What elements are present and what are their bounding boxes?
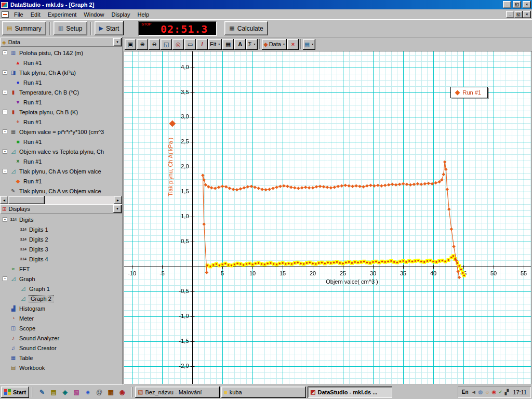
data-source-row[interactable]: ✎Tlak plynu, Ch A vs Objem valce <box>0 186 122 196</box>
display-item-digits-2[interactable]: 3.14Digits 2 <box>0 234 122 244</box>
data-source-row[interactable]: -◨Tlak plynu, Ch A (kPa) <box>0 68 122 77</box>
menu-display[interactable]: Display <box>108 10 134 19</box>
app-icon[interactable] <box>1 2 8 8</box>
graph-canvas[interactable] <box>124 51 531 384</box>
data-source-row[interactable]: -▮Teplota plynu, Ch B (K) <box>0 107 122 117</box>
collapse-icon[interactable]: - <box>3 276 7 281</box>
start-recording-button[interactable]: ▶ Start <box>95 21 124 35</box>
collapse-icon[interactable]: - <box>3 90 7 95</box>
data-panel-menu-button[interactable]: ▼ <box>113 38 122 46</box>
scrollbar-thumb[interactable] <box>8 196 45 204</box>
summary-button[interactable]: ▤ Summary <box>2 21 46 35</box>
start-menu-button[interactable]: Start <box>1 387 29 398</box>
graph-legend[interactable]: Run #1 <box>450 87 488 98</box>
display-item-table[interactable]: ▦Table <box>0 353 122 363</box>
fit-menu-button[interactable]: Fit▼ <box>208 39 222 50</box>
quick-launch-viewer[interactable]: ◈ <box>60 387 70 397</box>
calculate-button[interactable]: ▦ Calculate <box>224 21 268 35</box>
smart-tool-button[interactable]: ◎ <box>172 39 184 50</box>
tray-status[interactable]: ✓ <box>498 389 502 395</box>
display-item-digits-1[interactable]: 3.14Digits 1 <box>0 224 122 234</box>
data-source-row[interactable]: -▥Poloha pistu, Ch 1&2 (m) <box>0 48 122 58</box>
display-item-graph[interactable]: -◿Graph <box>0 274 122 284</box>
menu-experiment[interactable]: Experiment <box>44 10 81 19</box>
ruler-tool-button[interactable]: ▭ <box>184 39 196 50</box>
zoom-select-button[interactable]: ◱ <box>161 39 172 50</box>
display-item-sound-creator[interactable]: ♫Sound Creator <box>0 343 122 353</box>
graph-window-icon[interactable] <box>2 11 9 18</box>
language-indicator[interactable]: En <box>462 389 469 395</box>
run-row[interactable]: ▲Run #1 <box>0 58 122 68</box>
task-button[interactable]: ■kuba <box>221 387 306 398</box>
menu-file[interactable]: File <box>10 10 27 19</box>
scale-to-fit-button[interactable]: ▣ <box>125 39 136 50</box>
display-item-graph-1[interactable]: ◿Graph 1 <box>0 284 122 294</box>
display-item-sound-analyzer[interactable]: ♪Sound Analyzer <box>0 333 122 343</box>
data-source-row[interactable]: -◿Tlak plynu, Ch A vs Objem valce <box>0 166 122 176</box>
tray-network[interactable]: ▞ <box>505 389 509 395</box>
collapse-icon[interactable]: - <box>3 129 7 134</box>
tray-display[interactable]: ◍ <box>478 389 483 395</box>
task-button[interactable]: ▧Bez_názvu - Malování <box>135 387 220 398</box>
run-row[interactable]: ■Run #1 <box>0 137 122 147</box>
calculator-button[interactable]: ▦ <box>222 39 234 50</box>
collapse-icon[interactable]: - <box>3 110 7 114</box>
close-button[interactable]: × <box>523 1 531 8</box>
data-menu-button[interactable]: ◆Data▼ <box>262 39 287 50</box>
mdi-close-button[interactable]: × <box>523 11 531 18</box>
display-item-fft[interactable]: ≈FFT <box>0 264 122 274</box>
run-row[interactable]: +Run #1 <box>0 117 122 127</box>
display-item-digits-3[interactable]: 3.14Digits 3 <box>0 244 122 254</box>
graph-settings-button[interactable]: ▦▼ <box>303 39 315 50</box>
display-item-histogram[interactable]: ▟Histogram <box>0 303 122 313</box>
text-tool-button[interactable]: A <box>234 39 246 50</box>
display-item-digits[interactable]: -3.14Digits <box>0 215 122 224</box>
statistics-menu-button[interactable]: Σ▼ <box>246 39 258 50</box>
quick-launch-paint[interactable]: ▧ <box>71 387 82 397</box>
displays-panel-header[interactable]: ⊞ Displays ▼ <box>0 204 122 214</box>
mdi-minimize-button[interactable]: _ <box>506 11 514 18</box>
task-button[interactable]: ◩DataStudio - mkl.ds ... <box>308 387 392 398</box>
data-panel-header[interactable]: ◈ Data ▼ <box>0 37 122 47</box>
run-row[interactable]: ●Run #1 <box>0 77 122 87</box>
display-item-workbook[interactable]: ▤Workbook <box>0 363 122 373</box>
display-item-meter[interactable]: ◔Meter <box>0 313 122 323</box>
zoom-out-button[interactable]: ⊖ <box>149 39 160 50</box>
menu-edit[interactable]: Edit <box>27 10 44 19</box>
scrollbar-track[interactable] <box>8 196 114 204</box>
display-item-scope[interactable]: ◫Scope <box>0 323 122 333</box>
collapse-icon[interactable]: - <box>3 149 7 154</box>
quick-launch-document[interactable]: ▤ <box>48 387 59 397</box>
run-row[interactable]: ×Run #1 <box>0 156 122 166</box>
quick-launch-apps[interactable]: ▦ <box>105 387 116 397</box>
quick-launch-browser[interactable]: e <box>83 387 93 397</box>
scroll-right-button[interactable]: ► <box>114 196 122 204</box>
tray-scheduler[interactable]: ☼ <box>485 389 489 395</box>
display-item-graph-2[interactable]: ◿Graph 2 <box>0 294 122 303</box>
data-source-row[interactable]: -▦Objem valce = pi*r*r*y*100 (cm^3 <box>0 127 122 137</box>
restore-button[interactable]: ◱ <box>513 1 521 8</box>
setup-button[interactable]: ▥ Setup <box>54 21 87 35</box>
mdi-restore-button[interactable]: ◱ <box>514 11 523 18</box>
quick-launch-desktop[interactable]: ✎ <box>37 387 47 397</box>
collapse-icon[interactable]: - <box>3 169 7 174</box>
quick-launch-mail[interactable]: @ <box>94 387 104 397</box>
remove-button[interactable]: × <box>287 39 299 50</box>
display-item-digits-4[interactable]: 3.14Digits 4 <box>0 254 122 264</box>
menu-help[interactable]: Help <box>134 10 153 19</box>
minimize-button[interactable]: _ <box>503 1 511 8</box>
quick-launch-tool[interactable]: ◉ <box>117 387 127 397</box>
collapse-icon[interactable]: - <box>3 70 7 75</box>
run-row[interactable]: ◆Run #1 <box>0 176 122 186</box>
data-source-row[interactable]: -◿Objem valce vs Teplota plynu, Ch <box>0 147 122 156</box>
data-tree-scrollbar[interactable]: ◄ ► <box>0 196 122 204</box>
tray-antivirus[interactable]: ◉ <box>491 389 496 395</box>
slope-tool-button[interactable]: / <box>196 39 208 50</box>
menu-window[interactable]: Window <box>80 10 108 19</box>
collapse-icon[interactable]: - <box>3 217 7 222</box>
tray-volume[interactable]: ◄ <box>471 389 476 395</box>
collapse-icon[interactable]: - <box>3 50 7 55</box>
zoom-in-button[interactable]: ⊕ <box>137 39 148 50</box>
scroll-left-button[interactable]: ◄ <box>0 196 8 204</box>
displays-panel-menu-button[interactable]: ▼ <box>113 205 122 213</box>
